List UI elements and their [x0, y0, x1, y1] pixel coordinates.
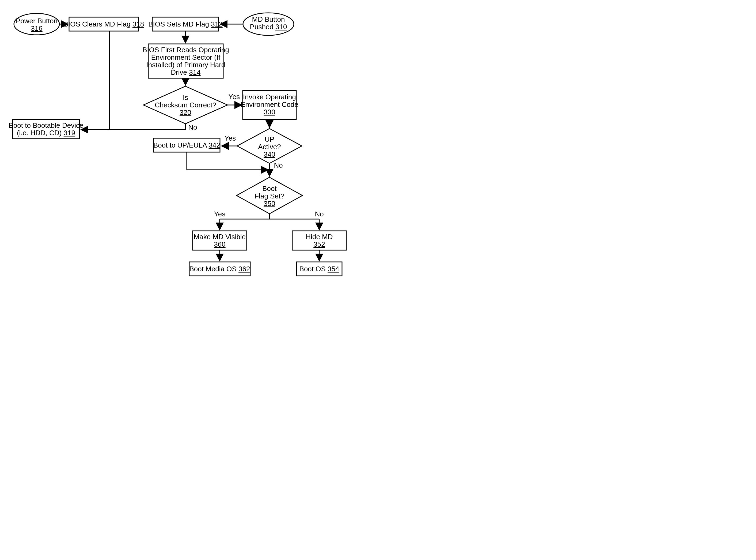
- svg-text:340: 340: [264, 150, 275, 158]
- svg-text:320: 320: [180, 108, 191, 117]
- svg-text:Is: Is: [183, 94, 188, 101]
- svg-text:Drive
       
      314: Drive 314: [171, 68, 201, 76]
- node-make-md-visible: Make MD Visible 360: [193, 231, 247, 250]
- svg-text:316: 316: [31, 24, 42, 33]
- svg-text:Boot: Boot: [262, 184, 277, 193]
- svg-text:Boot OS
       
      354: Boot OS 354: [299, 265, 339, 273]
- node-md-button-pushed: MD Button Pushed 310: [243, 13, 294, 35]
- node-boot-media-os: Boot Media OS 362: [189, 262, 250, 276]
- svg-text:Hide MD: Hide MD: [306, 233, 333, 241]
- svg-text:(i.e. HDD, CD)
       
      3: (i.e. HDD, CD) 319: [17, 129, 75, 137]
- svg-text:Invoke Operating: Invoke Operating: [243, 93, 296, 101]
- node-boot-up-eula: Boot to UP/EULA 342: [153, 138, 220, 152]
- svg-text:Make MD Visible: Make MD Visible: [194, 233, 246, 241]
- node-up-active-decision: UP Active? 340: [237, 128, 302, 163]
- svg-text:350: 350: [264, 200, 275, 207]
- svg-text:BIOS First Reads Operating: BIOS First Reads Operating: [142, 46, 229, 54]
- node-bios-sets-md-flag: BIOS Sets MD Flag 312: [148, 17, 223, 31]
- label-yes-340: Yes: [225, 134, 236, 142]
- svg-text:BIOS Clears MD Flag
       
  : BIOS Clears MD Flag 318: [64, 20, 144, 28]
- node-boot-flag-decision: Boot Flag Set? 350: [236, 177, 302, 214]
- label-no-340: No: [274, 161, 282, 169]
- svg-text:Checksum Correct?: Checksum Correct?: [155, 101, 216, 109]
- svg-text:Pushed
       
      310: Pushed 310: [250, 23, 287, 31]
- svg-text:Flag Set?: Flag Set?: [254, 192, 284, 200]
- edge-320-319: [81, 124, 186, 129]
- svg-text:Boot to UP/EULA
       
      : Boot to UP/EULA 342: [153, 141, 220, 149]
- svg-text:352: 352: [313, 240, 325, 248]
- node-bios-reads-sector: BIOS First Reads Operating Environment S…: [142, 44, 229, 78]
- label-yes-350: Yes: [214, 210, 225, 218]
- node-checksum-decision: Is Checksum Correct? 320: [143, 86, 228, 124]
- node-invoke-operating-env: Invoke Operating Environment Code 330: [240, 91, 298, 119]
- flowchart-diagram: Power Button 316 BIOS Clears MD Flag 318…: [0, 0, 393, 291]
- label-no-350: No: [315, 210, 323, 218]
- label-no-320: No: [188, 123, 197, 131]
- svg-text:Power Button: Power Button: [16, 17, 58, 25]
- node-hide-md: Hide MD 352: [292, 231, 346, 250]
- svg-text:Environment Code: Environment Code: [240, 100, 298, 108]
- svg-text:Active?: Active?: [258, 143, 281, 151]
- svg-text:Boot Media OS
       
      36: Boot Media OS 362: [189, 265, 250, 273]
- svg-text:360: 360: [214, 240, 225, 248]
- svg-text:BIOS Sets MD Flag
       
    : BIOS Sets MD Flag 312: [148, 20, 223, 28]
- svg-text:330: 330: [264, 108, 275, 116]
- node-boot-os: Boot OS 354: [296, 262, 342, 276]
- node-bios-clears-md-flag: BIOS Clears MD Flag 318: [64, 17, 144, 31]
- svg-text:MD Button: MD Button: [252, 15, 285, 23]
- svg-text:Installed) of Primary Hard: Installed) of Primary Hard: [146, 61, 225, 69]
- label-yes-320: Yes: [229, 93, 240, 101]
- svg-text:Boot to Bootable Device: Boot to Bootable Device: [9, 121, 84, 129]
- svg-text:Environment Sector (If: Environment Sector (If: [151, 53, 220, 61]
- node-power-button: Power Button 316: [14, 14, 59, 35]
- svg-text:UP: UP: [265, 135, 274, 143]
- node-boot-bootable-device: Boot to Bootable Device (i.e. HDD, CD) 3…: [9, 119, 84, 139]
